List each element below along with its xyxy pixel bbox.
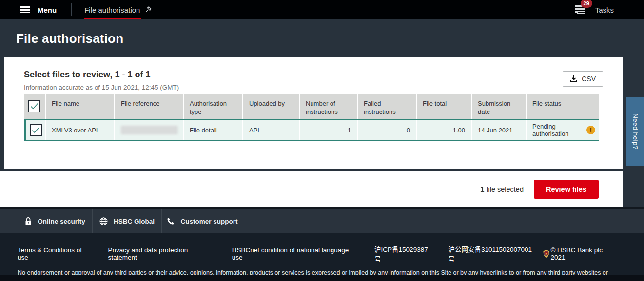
topbar-divider xyxy=(71,3,72,16)
column-header-file-name: File name xyxy=(46,94,114,119)
top-navigation-bar: Menu File authorisation 29 Tasks xyxy=(0,0,644,19)
need-help-tab[interactable]: Need help? xyxy=(626,97,644,166)
action-bar: 1 file selected Review files xyxy=(0,171,623,207)
footer-quick-links: Online security HSBC Global xyxy=(0,209,644,233)
column-header-file-total: File total xyxy=(417,94,471,119)
file-authorisation-page: Menu File authorisation 29 Tasks xyxy=(0,0,644,281)
terms-conditions-link[interactable]: Terms & Conditions of use xyxy=(18,246,94,261)
menu-label: Menu xyxy=(38,6,57,14)
table-header-row: File name File reference Authorisation t… xyxy=(24,94,599,119)
csv-button-label: CSV xyxy=(582,75,596,83)
cell-file-name: XMLV3 over API xyxy=(46,120,114,140)
column-header-submission-date: Submission date xyxy=(472,94,526,119)
cell-submission-date: 14 Jun 2021 xyxy=(472,120,526,140)
police-emblem-icon xyxy=(542,249,550,259)
tasks-badge: 29 xyxy=(581,0,592,8)
legal-links-row: Terms & Conditions of use Privacy and da… xyxy=(0,244,644,263)
phone-icon xyxy=(167,217,175,225)
row-select-cell xyxy=(26,120,45,140)
globe-icon xyxy=(99,217,108,225)
tab-file-authorisation[interactable]: File authorisation xyxy=(84,0,154,19)
table-row[interactable]: XMLV3 over API File detail API 1 0 1.00 … xyxy=(24,119,599,141)
warning-icon[interactable]: ! xyxy=(586,126,595,134)
cell-uploaded-by: API xyxy=(243,120,299,140)
tasks-label: Tasks xyxy=(595,6,614,14)
select-all-checkbox[interactable] xyxy=(28,100,40,112)
select-all-cell xyxy=(24,94,45,119)
bottom-strip xyxy=(0,275,644,281)
need-help-label: Need help? xyxy=(632,113,639,150)
page-header: File authorisation xyxy=(0,19,644,57)
cell-failed-instructions: 0 xyxy=(358,120,416,140)
files-selected-count: 1 file selected xyxy=(480,186,524,193)
panel-heading: Select files to review, 1 - 1 of 1 xyxy=(24,70,150,80)
panel-timestamp: Information accurate as of 15 Jun 2021, … xyxy=(24,84,179,91)
column-header-authorisation-type: Authorisation type xyxy=(184,94,242,119)
column-header-file-status: File status xyxy=(527,94,599,119)
row-checkbox[interactable] xyxy=(30,124,42,136)
cell-file-total: 1.00 xyxy=(417,120,471,140)
column-header-file-reference: File reference xyxy=(115,94,183,119)
padlock-icon xyxy=(25,217,32,225)
online-security-label: Online security xyxy=(38,218,85,225)
status-text: Pending authorisation xyxy=(532,123,577,137)
pin-icon[interactable] xyxy=(145,6,152,14)
csv-export-button[interactable]: CSV xyxy=(563,71,603,87)
tasks-icon: 29 xyxy=(575,5,587,15)
files-table: File name File reference Authorisation t… xyxy=(24,94,599,141)
column-header-failed-instructions: Failed instructions xyxy=(358,94,416,119)
cell-authorisation-type: File detail xyxy=(184,120,242,140)
tab-label: File authorisation xyxy=(84,6,140,14)
redacted-file-reference xyxy=(121,126,178,134)
online-security-link[interactable]: Online security xyxy=(18,209,92,233)
copyright-text: © HSBC Bank plc 2021 xyxy=(550,246,619,261)
files-panel: Select files to review, 1 - 1 of 1 Infor… xyxy=(4,57,623,169)
review-files-button[interactable]: Review files xyxy=(534,180,599,199)
menu-button[interactable]: Menu xyxy=(20,6,57,14)
cell-file-status: Pending authorisation ! xyxy=(527,120,599,140)
hsbc-global-link[interactable]: HSBC Global xyxy=(92,209,161,233)
column-header-number-of-instructions: Number of instructions xyxy=(300,94,357,119)
footer-legal: Terms & Conditions of use Privacy and da… xyxy=(0,233,644,275)
hsbc-global-label: HSBC Global xyxy=(114,218,155,225)
cell-number-of-instructions: 1 xyxy=(300,120,357,140)
public-security-link[interactable]: 沪公网安备31011502007001号 xyxy=(448,244,538,263)
page-title: File authorisation xyxy=(16,31,123,46)
download-icon xyxy=(570,75,578,83)
icp-licence-link[interactable]: 沪ICP备15029387号 xyxy=(374,244,434,263)
column-header-uploaded-by: Uploaded by xyxy=(243,94,299,119)
privacy-statement-link[interactable]: Privacy and data protection statement xyxy=(108,246,218,261)
tasks-button[interactable]: 29 Tasks xyxy=(575,5,614,15)
national-language-link[interactable]: HSBCnet condition of national language u… xyxy=(232,246,360,261)
customer-support-link[interactable]: Customer support xyxy=(161,209,243,233)
cell-file-reference xyxy=(115,120,183,140)
customer-support-label: Customer support xyxy=(180,218,237,225)
hamburger-icon xyxy=(20,6,30,13)
